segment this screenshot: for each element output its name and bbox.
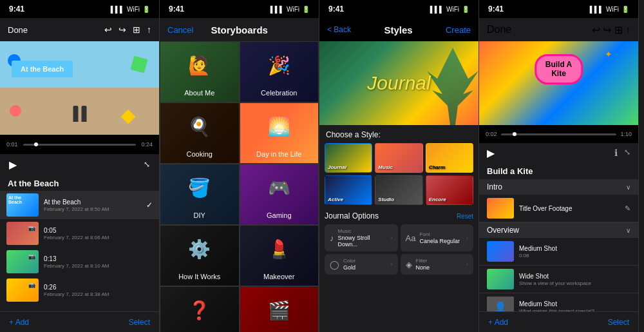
storyboard-diy[interactable]: 🪣 DIY [160, 164, 240, 225]
kite-title-card: Build AKite [535, 54, 583, 84]
scene-section-intro[interactable]: Intro ∨ [479, 179, 638, 195]
style-encore-label: Encore [429, 197, 446, 202]
video-preview-4: Build AKite ✦ [479, 41, 638, 125]
style-grid: Journal Music Charm Active Studio Encore [325, 143, 473, 205]
play-button[interactable]: ▶ [9, 159, 17, 171]
select-button-4[interactable]: Select [608, 318, 629, 327]
makeover-label: Makeover [240, 273, 319, 280]
intro-chevron-icon: ∨ [626, 184, 630, 191]
style-studio[interactable]: Studio [375, 175, 422, 205]
info-icon-4[interactable]: ℹ [614, 148, 618, 158]
add-button-4[interactable]: + Add [488, 318, 508, 327]
cooking-label: Cooking [160, 150, 239, 158]
playback-bar-1: ▶ ⤡ [0, 154, 159, 175]
kite-title-text: Build AKite [545, 60, 573, 79]
select-button-1[interactable]: Select [129, 318, 150, 327]
style-journal[interactable]: Journal [325, 143, 372, 173]
option-filter[interactable]: ◈ Filter None › [401, 254, 474, 275]
beach-person-1 [73, 106, 78, 122]
options-grid: ♪ Music Snowy Stroll Down... › Aa Font C… [325, 224, 473, 275]
fullscreen-button[interactable]: ⤡ [144, 160, 150, 169]
scene-thumb-medium-2: 👤 [487, 297, 514, 311]
fullscreen-button-4[interactable]: ⤡ [624, 148, 630, 158]
music-label: Music [338, 228, 387, 234]
cam-icon-3: 📷 [28, 253, 35, 260]
storyboard-how-it-works[interactable]: ⚙️ How It Works [160, 225, 240, 286]
clip-item-1[interactable]: At the Beach At the Beach February 7, 20… [0, 191, 159, 219]
status-bar-2: 9:41 ▌▌▌ WiFi 🔋 [160, 0, 319, 18]
style-encore[interactable]: Encore [426, 175, 473, 205]
status-time-3: 9:41 [328, 5, 344, 14]
option-font-text: Font Canela Regular [419, 231, 462, 244]
storyboard-day-in-life[interactable]: 🌅 Day in the Life [240, 103, 319, 164]
clip-list: At the Beach At the Beach February 7, 20… [0, 191, 159, 311]
style-active[interactable]: Active [325, 175, 372, 205]
beach-figures [73, 106, 86, 122]
filter-chevron-icon: › [466, 261, 468, 268]
storyboard-about-me[interactable]: 🙋 About Me [160, 41, 240, 103]
play-button-4[interactable]: ▶ [487, 147, 495, 159]
timeline-bar-1: 0:01 0:24 [0, 135, 159, 154]
clip-item-3[interactable]: 📷 0:13 February 7, 2022 at 8:10 AM [0, 248, 159, 276]
done-button-4[interactable]: Done [487, 24, 511, 35]
option-music[interactable]: ♪ Music Snowy Stroll Down... › [325, 224, 398, 251]
choose-style-label: Choose a Style: [325, 130, 473, 139]
music-option-icon: ♪ [330, 233, 334, 243]
style-music[interactable]: Music [375, 143, 422, 173]
export-icon-4[interactable]: ↑ [625, 24, 630, 35]
color-label: Color [343, 258, 387, 264]
film-icon: 🎬 [268, 300, 290, 321]
option-font[interactable]: Aa Font Canela Regular › [401, 224, 474, 251]
color-option-icon: ◯ [330, 260, 339, 269]
nav-bar-3: < Back Styles Create [319, 18, 478, 41]
timeline-start: 0:01 [6, 141, 18, 148]
diy-icon: 🪣 [188, 177, 211, 199]
status-bar-1: 9:41 ▌▌▌ WiFi 🔋 [0, 0, 159, 18]
undo-icon-4[interactable]: ↩ [592, 24, 600, 35]
scene-medium-shot-2[interactable]: 👤 Medium Shot What makes this project sp… [479, 293, 638, 311]
reset-button[interactable]: Reset [457, 213, 473, 220]
timeline-playhead-4 [513, 132, 516, 136]
cancel-button[interactable]: Cancel [167, 25, 193, 35]
create-button[interactable]: Create [446, 25, 471, 35]
timeline-progress[interactable] [23, 144, 137, 146]
clip-thumb-1: At the Beach [6, 193, 39, 217]
wifi-icon-4: WiFi [606, 6, 619, 13]
done-button-1[interactable]: Done [8, 25, 28, 35]
clip-thumb-2: 📷 [6, 222, 39, 245]
style-charm[interactable]: Charm [426, 143, 473, 173]
redo-icon[interactable]: ↪ [118, 24, 126, 35]
storyboard-gaming[interactable]: 🎮 Gaming [240, 164, 319, 225]
clip-name-2: 0:05 [44, 227, 153, 234]
grid-icon-4[interactable]: ⊞ [614, 24, 623, 35]
wifi-icon: WiFi [127, 6, 140, 13]
scene-section-intro-label: Intro [487, 182, 502, 191]
scene-section-overview[interactable]: Overview ∨ [479, 222, 638, 238]
clip-item-4[interactable]: 📷 0:26 February 7, 2022 at 8:38 AM [0, 276, 159, 304]
redo-icon-4[interactable]: ↪ [603, 24, 611, 35]
celebration-label: Celebration [240, 89, 319, 97]
storyboard-qa[interactable]: ❓ Q&A [160, 286, 240, 332]
storyboard-cooking[interactable]: 🍳 Cooking [160, 103, 240, 164]
about-me-icon: 🙋 [188, 55, 211, 76]
scene-medium-shot-1[interactable]: Medium Shot 0:08 [479, 238, 638, 266]
battery-icon-3: 🔋 [462, 6, 469, 13]
undo-icon[interactable]: ↩ [104, 24, 112, 35]
add-button-1[interactable]: + Add [9, 318, 29, 327]
scene-title-over-footage[interactable]: Title Over Footage ✎ [479, 195, 638, 222]
timeline-progress-4[interactable] [501, 133, 617, 135]
share-grid-icon[interactable]: ⊞ [133, 24, 140, 35]
clip-item-2[interactable]: 📷 0:05 February 7, 2022 at 8:06 AM [0, 219, 159, 248]
storyboard-film[interactable]: 🎬 Film [240, 286, 319, 332]
storyboard-celebration[interactable]: 🎉 Celebration [240, 41, 319, 103]
scene-edit-icon-1[interactable]: ✎ [625, 204, 630, 213]
scene-wide-shot[interactable]: Wide Shot Show a view of your workspace [479, 266, 638, 293]
export-icon[interactable]: ↑ [147, 24, 151, 35]
filter-value: None [416, 264, 463, 271]
how-it-works-icon: ⚙️ [188, 239, 211, 260]
option-color[interactable]: ◯ Color Gold › [325, 254, 398, 275]
back-button[interactable]: < Back [327, 25, 351, 34]
storyboard-makeover[interactable]: 💄 Makeover [240, 225, 319, 286]
status-time-2: 9:41 [169, 5, 184, 14]
clip-list-title: At the Beach [8, 179, 151, 188]
